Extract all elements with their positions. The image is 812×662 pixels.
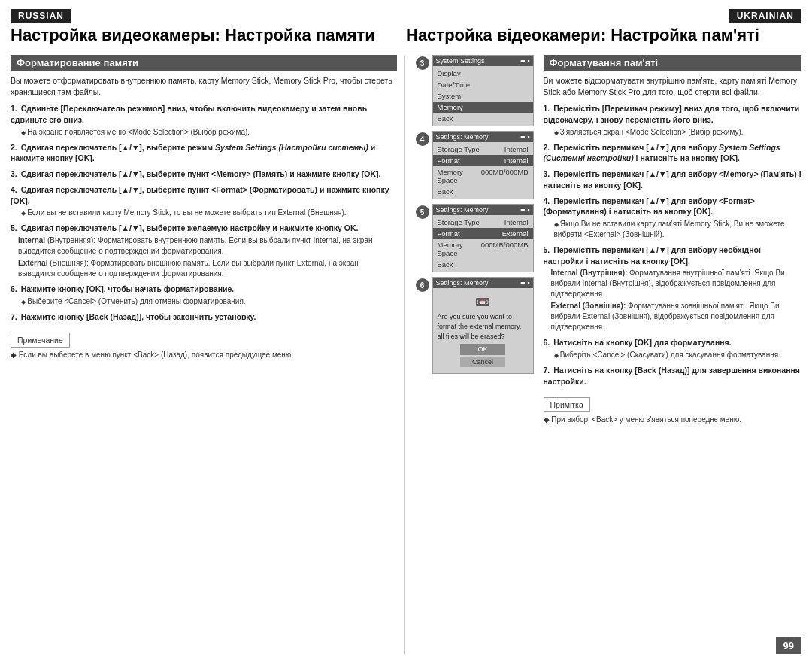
screen5-memspace-row: Memory Space000MB/000MB: [433, 239, 533, 259]
ukrainian-step5-sub2: External (Зовнішня): Форматування зовніш…: [544, 301, 802, 333]
russian-badge: RUSSIAN: [11, 9, 71, 23]
lang-badges-row: RUSSIAN UKRAINIAN: [11, 9, 801, 23]
russian-step6-note: Выберите <Cancel> (Отменить) для отмены …: [11, 296, 397, 307]
russian-step5-sub2: External (Внешняя): Форматировать внешню…: [11, 258, 397, 279]
screen-5-body: Storage TypeInternal FormatExternal Memo…: [433, 215, 533, 272]
screen-3-body: Display Date/Time System Memory Back: [433, 66, 533, 126]
ukrainian-col: Форматування пам'яті Ви можете відформат…: [544, 55, 802, 654]
russian-step-3: 3. Сдвигая переключатель [▲/▼], выберите…: [11, 169, 397, 180]
russian-note-label: Примечание: [11, 333, 70, 348]
russian-step-2: 2. Сдвигая переключатель [▲/▼], выберите…: [11, 142, 397, 164]
screen-6-confirm-text: Are you sure you want to format the exte…: [438, 312, 529, 341]
russian-step-7: 7. Нажмите кнопку [Back (Назад)], чтобы …: [11, 311, 397, 323]
ukrainian-step-1: 1. Перемістіть [Перемикач режиму] вниз д…: [544, 103, 802, 137]
screen-6-mockup: Settings: Memory ▪▪ ▪ 📼 Are you sure you…: [432, 277, 534, 374]
ukrainian-step5-sub1: Internal (Внутрішня): Форматування внутр…: [544, 268, 802, 299]
russian-intro: Вы можете отформатировать внутреннюю пам…: [11, 75, 397, 97]
page-number: 99: [776, 637, 801, 654]
ukrainian-note-label: Примітка: [544, 397, 590, 412]
content-area: Форматирование памяти Вы можете отформат…: [11, 55, 801, 654]
russian-title: Настройка видеокамеры: Настройка памяти: [11, 26, 406, 45]
screen-5-item: 5 Settings: Memory ▪▪ ▪ Storage TypeInte…: [416, 204, 536, 272]
step-5-circle: 5: [416, 205, 429, 219]
ukrainian-step-3: 3. Перемістіть перемикач [▲/▼] для вибор…: [544, 169, 802, 190]
screen-row-system: System: [433, 90, 533, 102]
ukrainian-step1-note: З'являється екран <Mode Selection> (Вибі…: [544, 127, 802, 138]
ukrainian-note-text: ◆ При виборі <Back> у меню з'явиться поп…: [544, 415, 802, 424]
russian-note-box: Примечание ◆ Если вы выберете в меню пун…: [11, 328, 397, 359]
ukrainian-step-4: 4. Перемістіть перемикач [▲/▼] для вибор…: [544, 196, 802, 240]
screen-6-cancel-btn[interactable]: Cancel: [460, 357, 505, 368]
russian-step-6: 6. Нажмите кнопку [OK], чтобы начать фор…: [11, 284, 397, 307]
screen-3-item: 3 System Settings ▪▪ ▪ Display Date/Time: [416, 55, 536, 126]
screen-5-header: Settings: Memory ▪▪ ▪: [433, 205, 533, 215]
ukrainian-step-5: 5. Перемістіть перемикач [▲/▼] для вибор…: [544, 244, 802, 333]
ukrainian-step6-note: Виберіть <Cancel> (Скасувати) для скасув…: [544, 350, 802, 360]
screen-row-back-3: Back: [433, 113, 533, 124]
screen-3-header: System Settings ▪▪ ▪: [433, 56, 533, 66]
screen-6-item: 6 Settings: Memory ▪▪ ▪ 📼 Are you sure y…: [416, 277, 536, 374]
screen-row-memory-selected: Memory: [433, 102, 533, 113]
signal-icon: ▪: [527, 57, 529, 65]
screen-5-mockup: Settings: Memory ▪▪ ▪ Storage TypeIntern…: [432, 204, 534, 272]
russian-step-1: 1. Сдвиньте [Переключатель режимов] вниз…: [11, 103, 397, 137]
signal-icon-6: ▪: [527, 279, 529, 287]
screen4-format-row: FormatInternal: [433, 155, 533, 166]
ukrainian-step-7: 7. Натисніть на кнопку [Back (Назад)] дл…: [544, 365, 802, 387]
screen-6-ok-btn[interactable]: OK: [460, 344, 505, 355]
screen-3-mockup: System Settings ▪▪ ▪ Display Date/Time S…: [432, 55, 534, 126]
step-6-circle: 6: [416, 278, 429, 292]
screen-6-confirm-body: 📼 Are you sure you want to format the ex…: [433, 288, 533, 373]
battery-icon-6: ▪▪: [520, 279, 525, 287]
right-col: 3 System Settings ▪▪ ▪ Display Date/Time: [405, 55, 802, 654]
signal-icon-5: ▪: [527, 206, 529, 214]
screen-4-header: Settings: Memory ▪▪ ▪: [433, 132, 533, 142]
signal-icon-4: ▪: [527, 133, 529, 141]
title-divider: [11, 50, 801, 50]
tape-icon: 📼: [438, 293, 529, 312]
ukrainian-badge: UKRAINIAN: [729, 9, 801, 23]
russian-step-5: 5. Сдвигая переключатель [▲/▼], выберите…: [11, 223, 397, 279]
screen5-storage-row: Storage TypeInternal: [433, 217, 533, 228]
ukrainian-title: Настройка відеокамери: Настройка пам'яті: [406, 26, 801, 45]
screen-4-mockup: Settings: Memory ▪▪ ▪ Storage TypeIntern…: [432, 131, 534, 199]
russian-step1-note: На экране появляется меню <Mode Selectio…: [11, 127, 397, 138]
russian-col: Форматирование памяти Вы можете отформат…: [11, 55, 405, 654]
page: RUSSIAN UKRAINIAN Настройка видеокамеры:…: [0, 0, 812, 662]
ukrainian-step-2: 2. Перемістіть перемикач [▲/▼] для вибор…: [544, 142, 802, 164]
battery-icon-4: ▪▪: [520, 133, 525, 141]
screen-4-item: 4 Settings: Memory ▪▪ ▪ Storage TypeInte…: [416, 131, 536, 199]
russian-step4-note: Если вы не вставили карту Memory Stick, …: [11, 208, 397, 218]
ukrainian-section-header: Форматування пам'яті: [544, 55, 802, 71]
russian-step5-sub1: Internal (Внутренняя): Форматировать вну…: [11, 235, 397, 257]
step-3-circle: 3: [416, 56, 429, 70]
screen4-back-row: Back: [433, 186, 533, 197]
screen-6-header: Settings: Memory ▪▪ ▪: [433, 278, 533, 288]
screen5-format-row: FormatExternal: [433, 228, 533, 239]
screen-6-buttons: OK Cancel: [438, 344, 529, 367]
screen4-memspace-row: Memory Space000MB/000MB: [433, 166, 533, 186]
screen-row-datetime: Date/Time: [433, 79, 533, 90]
ukrainian-step-6: 6. Натисніть на кнопку [OK] для форматув…: [544, 337, 802, 360]
step-4-circle: 4: [416, 132, 429, 146]
russian-section-header: Форматирование памяти: [11, 55, 397, 71]
ukrainian-steps: 1. Перемістіть [Перемикач режиму] вниз д…: [544, 103, 802, 387]
ukrainian-step4-note: Якщо Ви не вставили карту пам'яті Memory…: [544, 219, 802, 240]
screen-row-display: Display: [433, 68, 533, 79]
ukrainian-note-box: Примітка ◆ При виборі <Back> у меню з'яв…: [544, 393, 802, 424]
battery-icon-5: ▪▪: [520, 206, 525, 214]
russian-step-4: 4. Сдвигая переключатель [▲/▼], выберите…: [11, 184, 397, 218]
screens-col: 3 System Settings ▪▪ ▪ Display Date/Time: [416, 55, 536, 654]
titles-row: Настройка видеокамеры: Настройка памяти …: [11, 26, 801, 45]
battery-icon: ▪▪: [520, 57, 525, 65]
screen5-back-row: Back: [433, 259, 533, 270]
screen-4-body: Storage TypeInternal FormatInternal Memo…: [433, 142, 533, 199]
ukrainian-intro: Ви можете відформатувати внутрішню пам'я…: [544, 75, 802, 97]
screen4-storage-row: Storage TypeInternal: [433, 144, 533, 155]
russian-steps: 1. Сдвиньте [Переключатель режимов] вниз…: [11, 103, 397, 322]
russian-note-text: ◆ Если вы выберете в меню пункт <Back> (…: [11, 351, 397, 359]
